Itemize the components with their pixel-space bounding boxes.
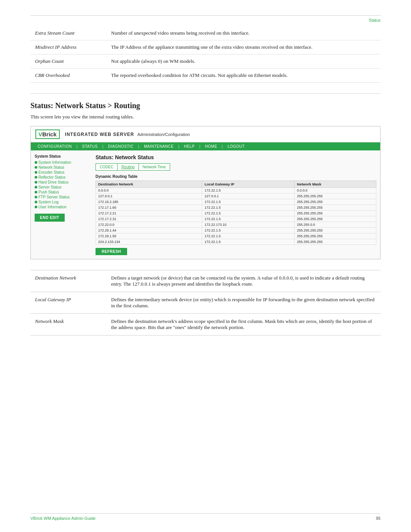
table-cell: 255.255.255.255 xyxy=(295,205,376,211)
footer-title: VBrick WM Appliance Admin Guide xyxy=(30,516,96,521)
sidebar-link[interactable]: System Information xyxy=(38,160,71,165)
sidebar-link[interactable]: User Information xyxy=(38,205,67,209)
nav-separator: | xyxy=(197,144,203,149)
table-cell: 172.17.1.60 xyxy=(96,205,202,211)
sidebar-link[interactable]: Encoder Status xyxy=(38,170,64,174)
table-row: Extra Stream CountNumber of unexpected v… xyxy=(30,26,381,40)
table-row: 172.16.2.180172.22.1.5255.255.255.255 xyxy=(96,199,376,205)
tab-codec[interactable]: CODEC xyxy=(96,164,118,170)
def-cell: Number of unexpected video streams being… xyxy=(107,26,381,40)
sidebar: System Status System InformationNetwork … xyxy=(35,154,92,255)
routing-table: Destination NetworkLocal Gateway IPNetwo… xyxy=(96,181,376,245)
table-cell: 172.22.1.5 xyxy=(202,216,295,222)
table-row: 172.22.0.0172.22.173.10255.255.0.0 xyxy=(96,222,376,228)
sidebar-item-hard-drive-status[interactable]: Hard Drive Status xyxy=(35,180,92,184)
table-cell: 172.22.1.5 xyxy=(202,211,295,216)
sidebar-link[interactable]: FTP Server Status xyxy=(38,195,70,199)
table-cell: 255.255.255.255 xyxy=(295,239,376,245)
sidebar-heading: System Status xyxy=(35,154,92,158)
table-row: 172.29.1.50172.22.1.5255.255.255.255 xyxy=(96,233,376,239)
table-cell: 172.22.1.5 xyxy=(202,233,295,239)
sidebar-item-ftp-server-status[interactable]: FTP Server Status xyxy=(35,195,92,199)
top-definition-table: Extra Stream CountNumber of unexpected v… xyxy=(30,26,381,83)
col-header-local-gateway-ip: Local Gateway IP xyxy=(202,181,295,188)
table-row: 172.17.2.31172.22.1.5255.255.255.255 xyxy=(96,216,376,222)
nav-separator: | xyxy=(136,144,142,149)
right-panel: Status: Network Status CODECRoutingNetwo… xyxy=(96,154,376,255)
status-label: Status xyxy=(30,16,381,26)
table-row: 172.17.2.21172.22.1.5255.255.255.255 xyxy=(96,211,376,216)
nav-item-help[interactable]: HELP xyxy=(182,144,197,149)
sidebar-link[interactable]: Reflector Status xyxy=(38,175,65,179)
def-cell: The reported overbooked condition for AT… xyxy=(107,69,381,83)
sidebar-item-encoder-status[interactable]: Encoder Status xyxy=(35,170,92,174)
sidebar-item-server-status[interactable]: Server Status xyxy=(35,185,92,189)
bullet-icon xyxy=(35,181,37,184)
nav-item-status[interactable]: STATUS xyxy=(80,144,100,149)
bullet-icon xyxy=(35,176,37,179)
sidebar-link[interactable]: Server Status xyxy=(38,185,62,189)
table-cell: 172.22.1.5 xyxy=(202,239,295,245)
sidebar-item-system-information[interactable]: System Information xyxy=(35,160,92,165)
def-cell: Defines the destination network's addres… xyxy=(107,314,381,335)
table-cell: 172.22.1.5 xyxy=(202,205,295,211)
table-row: Misdirect IP AddressThe IP Address of th… xyxy=(30,40,381,54)
logo-v: V xyxy=(38,131,42,137)
table-cell: 172.29.1.50 xyxy=(96,233,202,239)
sidebar-link[interactable]: System Log xyxy=(38,200,59,204)
table-cell: 255.255.255.255 xyxy=(295,233,376,239)
nav-item-diagnostic[interactable]: DIAGNOSTIC xyxy=(106,144,136,149)
sidebar-item-user-information[interactable]: User Information xyxy=(35,205,92,209)
table-cell: 172.22.1.5 xyxy=(202,188,295,193)
table-cell: 172.16.2.180 xyxy=(96,199,202,205)
nav-item-logout[interactable]: LOGOUT xyxy=(225,144,247,149)
table-row: 0.0.0.0172.22.1.50.0.0.0 xyxy=(96,188,376,193)
def-cell: Not applicable (always 0) on WM models. xyxy=(107,54,381,69)
table-cell: 255.255.0.0 xyxy=(295,222,376,228)
table-cell: 255.255.255.255 xyxy=(295,216,376,222)
sidebar-item-reflector-status[interactable]: Reflector Status xyxy=(35,175,92,179)
table-cell: 172.22.0.0 xyxy=(96,222,202,228)
table-cell: 172.22.1.5 xyxy=(202,199,295,205)
sidebar-link[interactable]: Hard Drive Status xyxy=(38,180,68,184)
table-cell: 127.0.0.1 xyxy=(202,193,295,199)
section-heading: Status: Network Status > Routing xyxy=(30,101,381,110)
sidebar-item-system-log[interactable]: System Log xyxy=(35,200,92,204)
nav-item-maintenance[interactable]: MAINTENANCE xyxy=(142,144,176,149)
table-cell: 224.2.133.134 xyxy=(96,239,202,245)
table-cell: 255.255.255.255 xyxy=(295,228,376,233)
table-row: 127.0.0.1127.0.0.1255.255.255.255 xyxy=(96,193,376,199)
table-row: Destination NetworkDefines a target netw… xyxy=(30,270,381,292)
term-cell: Orphan Count xyxy=(30,54,107,69)
term-cell: CBR Overbooked xyxy=(30,69,107,83)
refresh-button[interactable]: REFRESH xyxy=(96,248,127,255)
def-cell: The IP Address of the appliance transmit… xyxy=(107,40,381,54)
table-cell: 255.255.255.255 xyxy=(295,211,376,216)
table-row: 172.29.1.44172.22.1.5255.255.255.255 xyxy=(96,228,376,233)
table-cell: 172.29.1.44 xyxy=(96,228,202,233)
table-row: Network MaskDefines the destination netw… xyxy=(30,314,381,335)
nav-item-configuration[interactable]: CONFIGURATION xyxy=(35,144,74,149)
page-footer: VBrick WM Appliance Admin Guide 95 xyxy=(30,513,381,521)
sidebar-link[interactable]: Network Status xyxy=(38,165,64,169)
sidebar-item-network-status[interactable]: Network Status xyxy=(35,165,92,169)
vbrick-logo: VBrick xyxy=(35,129,60,139)
tab-routing[interactable]: Routing xyxy=(118,164,139,170)
end-edit-button[interactable]: END EDIT xyxy=(35,214,65,222)
def-cell: Defines the intermediary network device … xyxy=(107,292,381,314)
table-cell: 172.17.2.21 xyxy=(96,211,202,216)
table-cell: 255.255.255.255 xyxy=(295,199,376,205)
bullet-icon xyxy=(35,186,37,189)
table-row: Local Gateway IPDefines the intermediary… xyxy=(30,292,381,314)
bullet-icon xyxy=(35,171,37,174)
nav-separator: | xyxy=(74,144,80,149)
table-cell: 0.0.0.0 xyxy=(295,188,376,193)
sidebar-link[interactable]: Push Status xyxy=(38,190,59,194)
nav-item-home[interactable]: HOME xyxy=(203,144,220,149)
bullet-icon xyxy=(35,206,37,208)
table-row: CBR OverbookedThe reported overbooked co… xyxy=(30,69,381,83)
term-cell: Destination Network xyxy=(30,270,107,292)
tab-network-time[interactable]: Network Time xyxy=(139,164,170,170)
sidebar-item-push-status[interactable]: Push Status xyxy=(35,190,92,194)
vbrick-header-text: INTEGRATED WEB SERVER Administration/Con… xyxy=(65,132,190,137)
